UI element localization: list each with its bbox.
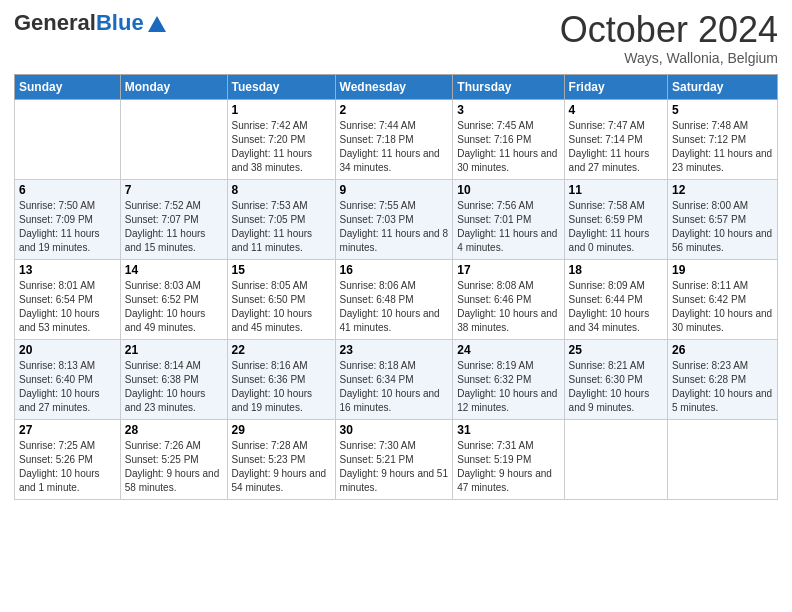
day-info: Sunrise: 8:21 AMSunset: 6:30 PMDaylight:… bbox=[569, 359, 663, 415]
col-friday: Friday bbox=[564, 74, 667, 99]
day-info: Sunrise: 7:56 AMSunset: 7:01 PMDaylight:… bbox=[457, 199, 559, 255]
table-row bbox=[15, 99, 121, 179]
table-row: 22Sunrise: 8:16 AMSunset: 6:36 PMDayligh… bbox=[227, 339, 335, 419]
day-number: 2 bbox=[340, 103, 449, 117]
table-row: 1Sunrise: 7:42 AMSunset: 7:20 PMDaylight… bbox=[227, 99, 335, 179]
calendar-week-row: 6Sunrise: 7:50 AMSunset: 7:09 PMDaylight… bbox=[15, 179, 778, 259]
day-number: 9 bbox=[340, 183, 449, 197]
logo: GeneralBlue bbox=[14, 10, 168, 36]
table-row bbox=[120, 99, 227, 179]
day-info: Sunrise: 7:58 AMSunset: 6:59 PMDaylight:… bbox=[569, 199, 663, 255]
table-row: 29Sunrise: 7:28 AMSunset: 5:23 PMDayligh… bbox=[227, 419, 335, 499]
day-number: 17 bbox=[457, 263, 559, 277]
day-info: Sunrise: 8:13 AMSunset: 6:40 PMDaylight:… bbox=[19, 359, 116, 415]
day-info: Sunrise: 7:55 AMSunset: 7:03 PMDaylight:… bbox=[340, 199, 449, 255]
table-row: 27Sunrise: 7:25 AMSunset: 5:26 PMDayligh… bbox=[15, 419, 121, 499]
col-thursday: Thursday bbox=[453, 74, 564, 99]
day-number: 25 bbox=[569, 343, 663, 357]
day-info: Sunrise: 8:14 AMSunset: 6:38 PMDaylight:… bbox=[125, 359, 223, 415]
day-info: Sunrise: 7:25 AMSunset: 5:26 PMDaylight:… bbox=[19, 439, 116, 495]
day-number: 24 bbox=[457, 343, 559, 357]
day-info: Sunrise: 7:28 AMSunset: 5:23 PMDaylight:… bbox=[232, 439, 331, 495]
day-number: 10 bbox=[457, 183, 559, 197]
table-row bbox=[668, 419, 778, 499]
day-number: 12 bbox=[672, 183, 773, 197]
day-number: 5 bbox=[672, 103, 773, 117]
day-info: Sunrise: 8:08 AMSunset: 6:46 PMDaylight:… bbox=[457, 279, 559, 335]
day-number: 8 bbox=[232, 183, 331, 197]
table-row: 6Sunrise: 7:50 AMSunset: 7:09 PMDaylight… bbox=[15, 179, 121, 259]
day-number: 18 bbox=[569, 263, 663, 277]
table-row: 24Sunrise: 8:19 AMSunset: 6:32 PMDayligh… bbox=[453, 339, 564, 419]
header-row: Sunday Monday Tuesday Wednesday Thursday… bbox=[15, 74, 778, 99]
day-info: Sunrise: 8:01 AMSunset: 6:54 PMDaylight:… bbox=[19, 279, 116, 335]
day-number: 31 bbox=[457, 423, 559, 437]
table-row: 14Sunrise: 8:03 AMSunset: 6:52 PMDayligh… bbox=[120, 259, 227, 339]
day-info: Sunrise: 7:47 AMSunset: 7:14 PMDaylight:… bbox=[569, 119, 663, 175]
calendar-week-row: 13Sunrise: 8:01 AMSunset: 6:54 PMDayligh… bbox=[15, 259, 778, 339]
table-row: 8Sunrise: 7:53 AMSunset: 7:05 PMDaylight… bbox=[227, 179, 335, 259]
day-info: Sunrise: 7:53 AMSunset: 7:05 PMDaylight:… bbox=[232, 199, 331, 255]
col-saturday: Saturday bbox=[668, 74, 778, 99]
day-info: Sunrise: 7:48 AMSunset: 7:12 PMDaylight:… bbox=[672, 119, 773, 175]
table-row: 28Sunrise: 7:26 AMSunset: 5:25 PMDayligh… bbox=[120, 419, 227, 499]
day-number: 21 bbox=[125, 343, 223, 357]
calendar-week-row: 1Sunrise: 7:42 AMSunset: 7:20 PMDaylight… bbox=[15, 99, 778, 179]
day-info: Sunrise: 8:09 AMSunset: 6:44 PMDaylight:… bbox=[569, 279, 663, 335]
day-number: 4 bbox=[569, 103, 663, 117]
day-number: 27 bbox=[19, 423, 116, 437]
location: Ways, Wallonia, Belgium bbox=[560, 50, 778, 66]
table-row: 26Sunrise: 8:23 AMSunset: 6:28 PMDayligh… bbox=[668, 339, 778, 419]
col-wednesday: Wednesday bbox=[335, 74, 453, 99]
table-row: 16Sunrise: 8:06 AMSunset: 6:48 PMDayligh… bbox=[335, 259, 453, 339]
day-number: 16 bbox=[340, 263, 449, 277]
day-info: Sunrise: 7:52 AMSunset: 7:07 PMDaylight:… bbox=[125, 199, 223, 255]
day-number: 23 bbox=[340, 343, 449, 357]
table-row: 5Sunrise: 7:48 AMSunset: 7:12 PMDaylight… bbox=[668, 99, 778, 179]
table-row: 4Sunrise: 7:47 AMSunset: 7:14 PMDaylight… bbox=[564, 99, 667, 179]
day-info: Sunrise: 7:45 AMSunset: 7:16 PMDaylight:… bbox=[457, 119, 559, 175]
day-info: Sunrise: 7:42 AMSunset: 7:20 PMDaylight:… bbox=[232, 119, 331, 175]
table-row: 30Sunrise: 7:30 AMSunset: 5:21 PMDayligh… bbox=[335, 419, 453, 499]
day-info: Sunrise: 7:30 AMSunset: 5:21 PMDaylight:… bbox=[340, 439, 449, 495]
logo-general: General bbox=[14, 10, 96, 35]
day-info: Sunrise: 8:03 AMSunset: 6:52 PMDaylight:… bbox=[125, 279, 223, 335]
table-row: 3Sunrise: 7:45 AMSunset: 7:16 PMDaylight… bbox=[453, 99, 564, 179]
table-row: 15Sunrise: 8:05 AMSunset: 6:50 PMDayligh… bbox=[227, 259, 335, 339]
col-tuesday: Tuesday bbox=[227, 74, 335, 99]
day-info: Sunrise: 8:18 AMSunset: 6:34 PMDaylight:… bbox=[340, 359, 449, 415]
col-sunday: Sunday bbox=[15, 74, 121, 99]
day-number: 13 bbox=[19, 263, 116, 277]
day-info: Sunrise: 7:31 AMSunset: 5:19 PMDaylight:… bbox=[457, 439, 559, 495]
day-number: 28 bbox=[125, 423, 223, 437]
calendar-week-row: 27Sunrise: 7:25 AMSunset: 5:26 PMDayligh… bbox=[15, 419, 778, 499]
day-info: Sunrise: 8:11 AMSunset: 6:42 PMDaylight:… bbox=[672, 279, 773, 335]
logo-blue: Blue bbox=[96, 10, 144, 35]
day-info: Sunrise: 8:19 AMSunset: 6:32 PMDaylight:… bbox=[457, 359, 559, 415]
table-row: 19Sunrise: 8:11 AMSunset: 6:42 PMDayligh… bbox=[668, 259, 778, 339]
table-row: 2Sunrise: 7:44 AMSunset: 7:18 PMDaylight… bbox=[335, 99, 453, 179]
table-row: 17Sunrise: 8:08 AMSunset: 6:46 PMDayligh… bbox=[453, 259, 564, 339]
svg-marker-0 bbox=[148, 16, 166, 32]
day-info: Sunrise: 8:06 AMSunset: 6:48 PMDaylight:… bbox=[340, 279, 449, 335]
table-row: 9Sunrise: 7:55 AMSunset: 7:03 PMDaylight… bbox=[335, 179, 453, 259]
day-info: Sunrise: 8:05 AMSunset: 6:50 PMDaylight:… bbox=[232, 279, 331, 335]
table-row: 11Sunrise: 7:58 AMSunset: 6:59 PMDayligh… bbox=[564, 179, 667, 259]
day-info: Sunrise: 8:00 AMSunset: 6:57 PMDaylight:… bbox=[672, 199, 773, 255]
day-number: 22 bbox=[232, 343, 331, 357]
table-row: 13Sunrise: 8:01 AMSunset: 6:54 PMDayligh… bbox=[15, 259, 121, 339]
table-row: 7Sunrise: 7:52 AMSunset: 7:07 PMDaylight… bbox=[120, 179, 227, 259]
table-row: 23Sunrise: 8:18 AMSunset: 6:34 PMDayligh… bbox=[335, 339, 453, 419]
table-row: 10Sunrise: 7:56 AMSunset: 7:01 PMDayligh… bbox=[453, 179, 564, 259]
day-info: Sunrise: 8:23 AMSunset: 6:28 PMDaylight:… bbox=[672, 359, 773, 415]
day-number: 1 bbox=[232, 103, 331, 117]
logo-icon bbox=[146, 14, 168, 36]
day-number: 19 bbox=[672, 263, 773, 277]
calendar-table: Sunday Monday Tuesday Wednesday Thursday… bbox=[14, 74, 778, 500]
table-row: 12Sunrise: 8:00 AMSunset: 6:57 PMDayligh… bbox=[668, 179, 778, 259]
logo-text: GeneralBlue bbox=[14, 12, 144, 34]
day-number: 26 bbox=[672, 343, 773, 357]
day-number: 29 bbox=[232, 423, 331, 437]
calendar-week-row: 20Sunrise: 8:13 AMSunset: 6:40 PMDayligh… bbox=[15, 339, 778, 419]
table-row: 21Sunrise: 8:14 AMSunset: 6:38 PMDayligh… bbox=[120, 339, 227, 419]
